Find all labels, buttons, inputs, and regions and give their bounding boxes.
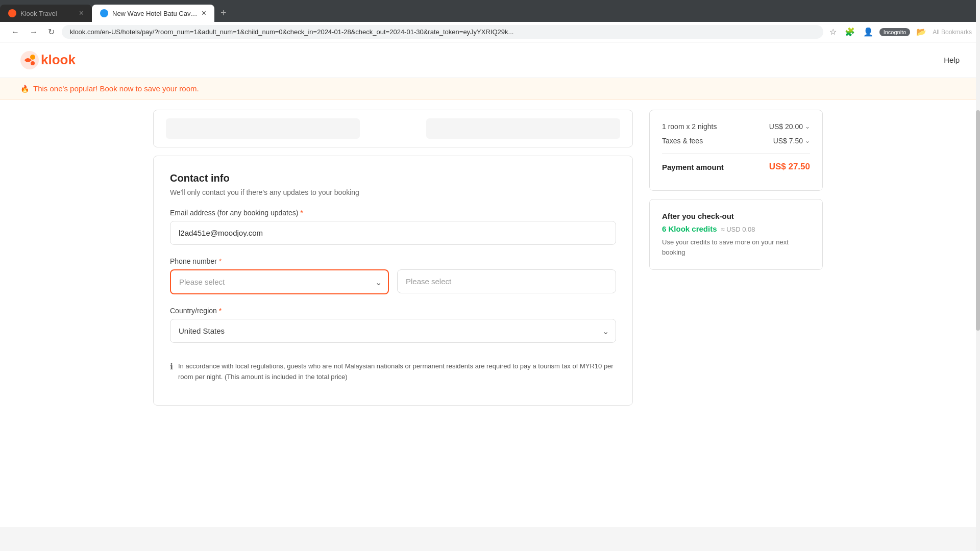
room-price-chevron[interactable]: ⌄ xyxy=(805,123,810,130)
price-card: 1 room x 2 nights US$ 20.00 ⌄ Taxes & fe… xyxy=(649,110,823,191)
info-text: In accordance with local regulations, gu… xyxy=(178,361,616,383)
phone-group: Phone number * Please select ⌄ Please se… xyxy=(170,257,616,294)
promo-banner: 🔥 This one's popular! Book now to save y… xyxy=(0,78,980,99)
contact-form-section: Contact info We'll only contact you if t… xyxy=(153,156,633,406)
scrollbar-track[interactable] xyxy=(976,0,980,527)
phone-number-wrapper: Please select xyxy=(397,269,616,294)
promo-icon: 🔥 xyxy=(20,85,29,93)
tab-klook-label: Klook Travel xyxy=(20,10,75,17)
section-subtitle: We'll only contact you if there's any up… xyxy=(170,188,616,196)
credits-equiv: ≈ USD 0.08 xyxy=(721,226,755,233)
total-row: Payment amount US$ 27.50 xyxy=(662,162,810,172)
all-bookmarks-label: All Bookmarks xyxy=(933,29,972,36)
tab-klook[interactable]: Klook Travel × xyxy=(0,5,92,22)
hotel-favicon xyxy=(100,9,108,17)
email-group: Email address (for any booking updates) … xyxy=(170,209,616,245)
phone-country-select[interactable]: Please select xyxy=(170,269,389,294)
country-label: Country/region * xyxy=(170,307,616,315)
section-title: Contact info xyxy=(170,172,616,184)
extension-button[interactable]: 🧩 xyxy=(843,25,857,39)
svg-point-2 xyxy=(31,61,35,65)
klook-logo-icon xyxy=(20,51,39,69)
credits-title: After you check-out xyxy=(662,212,810,220)
bookmarks-button[interactable]: 📂 xyxy=(914,25,928,39)
email-label: Email address (for any booking updates) … xyxy=(170,209,616,217)
back-button[interactable]: ← xyxy=(8,26,22,39)
profile-button[interactable]: 👤 xyxy=(861,25,875,39)
email-required: * xyxy=(298,209,303,217)
tab-klook-close[interactable]: × xyxy=(79,9,84,18)
promo-text: This one's popular! Book now to save you… xyxy=(33,84,199,93)
new-tab-button[interactable]: + xyxy=(214,4,233,22)
country-select[interactable]: United States xyxy=(170,319,616,343)
top-section xyxy=(153,110,633,147)
price-divider xyxy=(662,153,810,154)
credits-card: After you check-out 6 Klook credits ≈ US… xyxy=(649,199,823,270)
sidebar: 1 room x 2 nights US$ 20.00 ⌄ Taxes & fe… xyxy=(649,110,823,406)
svg-point-1 xyxy=(30,55,35,60)
phone-label: Phone number * xyxy=(170,257,616,265)
forward-button[interactable]: → xyxy=(27,26,41,39)
room-price-row: 1 room x 2 nights US$ 20.00 ⌄ xyxy=(662,122,810,131)
taxes-row: Taxes & fees US$ 7.50 ⌄ xyxy=(662,137,810,145)
taxes-price: US$ 7.50 ⌄ xyxy=(773,137,810,145)
logo-text: klook xyxy=(41,52,76,68)
country-select-wrapper: United States ⌄ xyxy=(170,319,616,343)
email-input[interactable] xyxy=(170,221,616,245)
phone-required: * xyxy=(217,257,222,265)
incognito-badge: Incognito xyxy=(879,28,911,36)
top-placeholder-left xyxy=(166,118,360,139)
logo[interactable]: klook xyxy=(20,51,76,69)
info-box: ℹ In accordance with local regulations, … xyxy=(170,355,616,389)
credits-row: 6 Klook credits ≈ USD 0.08 xyxy=(662,224,810,233)
top-placeholder-right xyxy=(426,118,620,139)
phone-country-code-wrapper: Please select ⌄ xyxy=(170,269,389,294)
country-required: * xyxy=(217,307,222,315)
country-group: Country/region * United States ⌄ xyxy=(170,307,616,343)
bookmark-button[interactable]: ☆ xyxy=(827,25,839,39)
credits-desc: Use your credits to save more on your ne… xyxy=(662,237,810,257)
info-icon: ℹ xyxy=(170,362,173,383)
credits-amount: 6 Klook credits xyxy=(662,224,717,233)
scrollbar-thumb[interactable] xyxy=(976,110,980,331)
refresh-button[interactable]: ↻ xyxy=(45,25,58,39)
total-price: US$ 27.50 xyxy=(769,162,810,172)
room-price: US$ 20.00 ⌄ xyxy=(769,122,810,131)
taxes-label: Taxes & fees xyxy=(662,137,703,145)
phone-number-select[interactable]: Please select xyxy=(397,269,616,293)
klook-favicon xyxy=(8,9,16,17)
tab-hotel[interactable]: New Wave Hotel Batu Caves × xyxy=(92,5,214,22)
room-label: 1 room x 2 nights xyxy=(662,122,717,131)
tab-hotel-close[interactable]: × xyxy=(202,9,206,18)
address-input[interactable] xyxy=(62,25,823,39)
main-form: Contact info We'll only contact you if t… xyxy=(153,110,633,406)
tab-hotel-label: New Wave Hotel Batu Caves xyxy=(112,10,198,17)
total-label: Payment amount xyxy=(662,163,724,171)
help-link[interactable]: Help xyxy=(944,56,960,64)
site-header: klook Help xyxy=(0,42,980,78)
taxes-chevron[interactable]: ⌄ xyxy=(805,137,810,144)
